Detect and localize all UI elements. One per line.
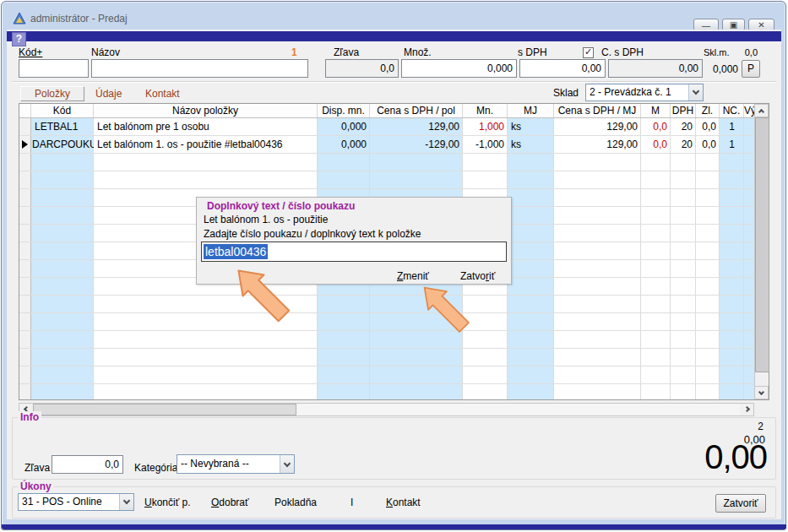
header-zl[interactable]: Zl. [696, 104, 720, 117]
cell-m: 0,0 [641, 136, 671, 154]
cell-zl: 0,0 [696, 136, 720, 154]
action-pokladna[interactable]: Pokladňa [274, 497, 317, 508]
chevron-down-icon [280, 455, 294, 473]
app-icon [13, 12, 26, 25]
grid-header: Kód Názov položky Disp. mn. Cena s DPH /… [19, 104, 755, 118]
cell-dph: 20 [671, 118, 696, 136]
tab-kontakt[interactable]: Kontakt [145, 88, 180, 100]
item-count: 2 [758, 421, 764, 432]
label-rest: dobrať [219, 497, 248, 508]
cell-cena-mj: 129,00 [554, 118, 641, 136]
cell-cena-pol: 129,00 [370, 118, 463, 136]
sklad-label: Sklad [553, 87, 579, 99]
hotkey-letter: O [211, 497, 219, 508]
cell-cena-mj: 129,00 [554, 136, 641, 154]
accent-bar-bottom [2, 524, 786, 529]
window-close-action-button[interactable]: Zatvoriť [715, 494, 766, 513]
label-rest: končiť p. [152, 497, 191, 508]
tab-udaje[interactable]: Údaje [95, 88, 122, 100]
header-nazov[interactable]: Názov položky [94, 104, 318, 117]
label-pre: Pokladňa [274, 497, 317, 508]
header-cena-pol[interactable]: Cena s DPH / pol [370, 104, 463, 117]
help-button[interactable]: ? [12, 32, 26, 46]
chevron-down-icon [119, 494, 133, 510]
current-row-marker-icon [22, 140, 28, 149]
header-indicator [19, 104, 31, 117]
action-kontakt[interactable]: Kontakt [386, 497, 421, 508]
sklad-value: 2 - Prevádzka č. 1 [590, 86, 671, 98]
c-s-dph-input[interactable]: 0,00 [608, 59, 703, 78]
scroll-right-icon[interactable] [740, 404, 753, 415]
cell-disp: 0,000 [318, 136, 370, 154]
mnoz-input[interactable]: 0,000 [401, 59, 517, 78]
dialog-prompt: Zadajte číslo poukazu / doplnkový text k… [204, 228, 421, 240]
label-pre: I [351, 497, 353, 508]
sklad-select[interactable]: 2 - Prevádzka č. 1 [585, 84, 704, 101]
hotkey-letter: K [386, 497, 393, 508]
cell-nc: 1 [720, 118, 744, 136]
s-dph-input[interactable]: 0,00 [519, 59, 606, 78]
cell-nc: 1 [720, 136, 744, 154]
kod-input[interactable] [19, 59, 89, 78]
ukony-panel-label: Úkony [18, 480, 54, 492]
label-rest: iť [489, 270, 495, 282]
header-m[interactable]: M [641, 104, 671, 117]
p-button[interactable]: P [742, 60, 760, 78]
header-dph[interactable]: DPH [671, 104, 696, 117]
info-panel-label: Info [18, 411, 41, 423]
horizontal-scrollbar[interactable] [19, 403, 754, 416]
cell-disp: 0,000 [318, 118, 370, 136]
dialog-title: Doplnkový text / číslo poukazu [207, 200, 355, 212]
cell-mn: 1,000 [463, 118, 508, 136]
header-mn[interactable]: Mn. [463, 104, 508, 117]
cell-mj: ks [508, 136, 554, 154]
separator-line [12, 81, 776, 83]
pointer-arrow-icon [233, 262, 301, 336]
scroll-up-icon[interactable] [754, 104, 769, 117]
skl-m-value: 0,000 [706, 63, 738, 75]
cell-mj: ks [508, 118, 554, 136]
header-kod[interactable]: Kód [31, 104, 94, 117]
voucher-text-input[interactable]: letbal00436 [201, 242, 507, 262]
cell-nazov: Let balónom 1. os - použitie #letbal0043… [94, 136, 318, 154]
dialog-item-name: Let balónom 1. os - použitie [204, 214, 328, 225]
table-row[interactable]: LETBAL1 Let balónom pre 1 osobu 0,000 12… [19, 118, 755, 136]
horizontal-scroll-thumb[interactable] [33, 404, 296, 415]
action-odobrat[interactable]: Odobrať [211, 497, 249, 508]
skl-m-top-value: 0,0 [734, 47, 758, 59]
pointer-arrow-icon [420, 280, 479, 345]
table-row[interactable]: DARCPOUKUPL Let balónom 1. os - použitie… [19, 136, 755, 154]
header-nc[interactable]: NC. [720, 104, 744, 117]
kategoria-value: -- Nevybraná -- [181, 458, 249, 470]
header-mj[interactable]: MJ [508, 104, 554, 117]
hotkey-letter: U [144, 497, 152, 508]
header-cena-mj[interactable]: Cena s DPH / MJ [554, 104, 641, 117]
scroll-down-icon[interactable] [754, 386, 769, 399]
kategoria-select[interactable]: -- Nevybraná -- [177, 454, 295, 474]
action-i[interactable]: I [351, 497, 353, 508]
header-disp[interactable]: Disp. mn. [318, 104, 370, 117]
app-window: administrátor - Predaj — ▣ ✕ ? Kód+ Názo… [0, 0, 788, 532]
kod-label: Kód+ [19, 46, 42, 58]
row-counter: 1 [291, 46, 297, 58]
cell-zl: 0,0 [696, 118, 720, 136]
cell-kod: DARCPOUKUPL [31, 136, 94, 154]
total-value: 0,00 [704, 440, 767, 474]
zlava-bottom-input[interactable]: 0,0 [52, 455, 123, 474]
vertical-scroll-thumb[interactable] [755, 117, 769, 372]
ukony-panel: Úkony 31 - POS - Online Ukončiť p. Odobr… [12, 486, 776, 518]
cell-dph: 20 [671, 136, 696, 154]
zlava-input[interactable]: 0,0 [325, 59, 399, 78]
nazov-label: Názov [91, 46, 120, 58]
nazov-input[interactable] [91, 59, 308, 78]
s-dph-label: s DPH [518, 46, 547, 58]
action-ukoncit[interactable]: Ukončiť p. [144, 497, 191, 508]
cell-cena-pol: -129,00 [370, 136, 463, 154]
s-dph-checkbox[interactable] [583, 47, 594, 58]
mnoz-label: Množ. [404, 46, 432, 58]
info-panel: Info 2 0,00 0,00 Zľava 0,0 Kategória -- … [12, 417, 776, 480]
mode-select[interactable]: 31 - POS - Online [18, 493, 134, 511]
skl-m-label: Skl.m. [704, 47, 730, 59]
vertical-scrollbar[interactable] [754, 104, 769, 399]
tab-polozky[interactable]: Položky [20, 86, 84, 101]
